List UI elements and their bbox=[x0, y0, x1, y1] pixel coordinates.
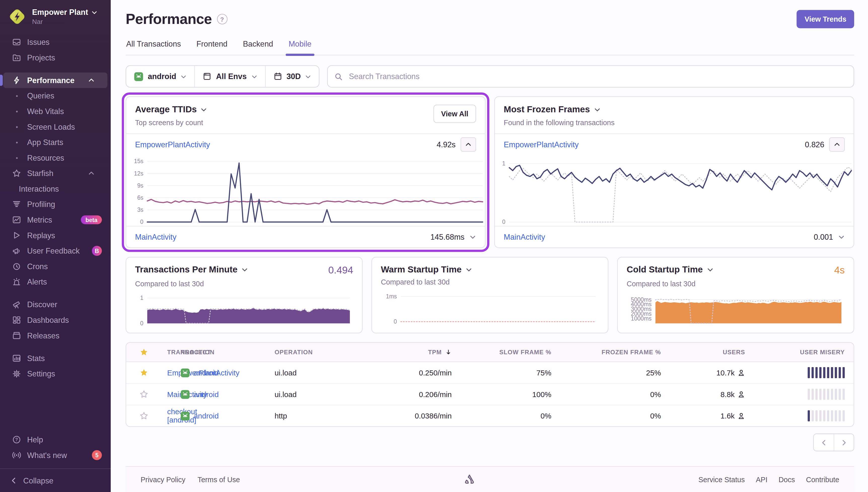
help-icon[interactable]: ? bbox=[217, 14, 227, 24]
sidebar-item-label: Metrics bbox=[27, 215, 52, 224]
tab-mobile[interactable]: Mobile bbox=[288, 36, 312, 55]
star-toggle[interactable] bbox=[126, 390, 162, 399]
sidebar-item-performance[interactable]: Performance bbox=[3, 73, 107, 88]
project-link[interactable]: android bbox=[180, 411, 219, 420]
sidebar-item-whats-new[interactable]: What's new5 bbox=[3, 447, 107, 463]
svg-text:3s: 3s bbox=[137, 206, 143, 213]
sidebar-item-label: User Feedback bbox=[27, 246, 80, 255]
sidebar-item-interactions[interactable]: Interactions bbox=[3, 181, 107, 197]
dashboards-icon bbox=[11, 316, 22, 324]
warm-card: Warm Startup TimeCompared to last 30d1ms… bbox=[372, 257, 609, 333]
bullet-icon bbox=[11, 110, 22, 112]
sidebar-item-help[interactable]: ?Help bbox=[3, 432, 107, 447]
tab-backend[interactable]: Backend bbox=[242, 36, 274, 55]
footer-link-service-status[interactable]: Service Status bbox=[698, 475, 745, 484]
frozen-frame-value: 25% bbox=[646, 368, 661, 377]
environment-filter[interactable]: All Envs bbox=[195, 66, 265, 87]
user-misery-bars bbox=[808, 389, 845, 400]
tpm-value: 0.250/min bbox=[419, 368, 452, 377]
view-all-button[interactable]: View All bbox=[433, 105, 476, 123]
chevron-down-icon bbox=[594, 106, 601, 113]
collapse-toggle-button[interactable] bbox=[461, 137, 476, 152]
star-outline-icon bbox=[139, 412, 148, 420]
sidebar-item-user-feedback[interactable]: User FeedbackB bbox=[3, 243, 107, 259]
sidebar-item-label: Queries bbox=[27, 91, 54, 100]
issues-icon bbox=[11, 38, 22, 47]
sidebar-item-screen-loads[interactable]: Screen Loads bbox=[3, 119, 107, 135]
sidebar-item-label: Profiling bbox=[27, 200, 55, 209]
warm-title[interactable]: Warm Startup Time bbox=[381, 265, 472, 275]
transaction-link[interactable]: EmpowerPlantActivity bbox=[135, 140, 210, 149]
sidebar-item-alerts[interactable]: Alerts bbox=[3, 274, 107, 290]
sidebar-item-starfish[interactable]: Starfish bbox=[3, 166, 107, 181]
footer-link-api[interactable]: API bbox=[756, 475, 768, 484]
table-row: MainActivityandroidui.load0.206/min100%0… bbox=[126, 383, 853, 405]
view-trends-button[interactable]: View Trends bbox=[797, 10, 854, 28]
cold-chart: 5000ms4000ms3000ms2000ms1000ms bbox=[627, 293, 845, 327]
project-filter[interactable]: android bbox=[126, 66, 194, 87]
operation-value: ui.load bbox=[275, 390, 297, 398]
next-page-button[interactable] bbox=[834, 434, 854, 451]
transaction-link[interactable]: MainActivity bbox=[504, 233, 545, 242]
sidebar-item-profiling[interactable]: Profiling bbox=[3, 197, 107, 212]
app-root: Empower Plant Nar IssuesProjectsPerforma… bbox=[0, 0, 868, 492]
column-header-star[interactable] bbox=[126, 348, 162, 356]
footer-link-terms-of-use[interactable]: Terms of Use bbox=[198, 475, 240, 484]
sidebar-item-crons[interactable]: Crons bbox=[3, 259, 107, 274]
sidebar-item-stats[interactable]: Stats bbox=[3, 350, 107, 366]
bullet-icon bbox=[11, 142, 22, 143]
footer-link-privacy-policy[interactable]: Privacy Policy bbox=[141, 475, 185, 484]
help-icon: ? bbox=[11, 435, 22, 444]
expand-toggle-button[interactable] bbox=[838, 233, 845, 240]
sidebar-item-discover[interactable]: Discover bbox=[3, 297, 107, 313]
date-range-filter[interactable]: 30D bbox=[265, 66, 319, 87]
chevron-down-icon bbox=[465, 266, 472, 273]
panel-slot-ttid: Average TTIDsTop screens by countView Al… bbox=[126, 96, 485, 248]
star-toggle[interactable] bbox=[126, 412, 162, 420]
tab-frontend[interactable]: Frontend bbox=[196, 36, 228, 55]
profiling-icon bbox=[11, 200, 22, 209]
sidebar-item-app-starts[interactable]: App Starts bbox=[3, 134, 107, 150]
sidebar-item-resources[interactable]: Resources bbox=[3, 150, 107, 166]
collapse-toggle-button[interactable] bbox=[829, 137, 845, 152]
card-subtitle: Compared to last 30d bbox=[381, 278, 599, 286]
frozen-title[interactable]: Most Frozen Frames bbox=[504, 105, 614, 115]
footer-link-contribute[interactable]: Contribute bbox=[806, 475, 839, 484]
footer-link-docs[interactable]: Docs bbox=[778, 475, 795, 484]
android-icon bbox=[180, 368, 190, 377]
tpm-title[interactable]: Transactions Per Minute bbox=[135, 265, 248, 275]
svg-text:6s: 6s bbox=[137, 194, 143, 201]
sidebar-item-label: Releases bbox=[27, 331, 59, 340]
transaction-link[interactable]: EmpowerPlantActivity bbox=[504, 140, 579, 149]
sidebar-item-web-vitals[interactable]: Web Vitals bbox=[3, 103, 107, 119]
previous-page-button[interactable] bbox=[814, 434, 834, 451]
ttid-title[interactable]: Average TTIDs bbox=[135, 105, 207, 115]
chevron-up-icon bbox=[86, 170, 97, 176]
cold-title[interactable]: Cold Startup Time bbox=[627, 265, 713, 275]
panel-row: EmpowerPlantActivity4.92s bbox=[126, 134, 485, 155]
sidebar-item-issues[interactable]: Issues bbox=[3, 34, 107, 50]
search-input[interactable] bbox=[348, 72, 847, 81]
project-link[interactable]: android bbox=[180, 368, 219, 377]
tab-all-transactions[interactable]: All Transactions bbox=[126, 36, 181, 55]
column-label: TPM bbox=[428, 349, 441, 355]
sidebar-item-replays[interactable]: Replays bbox=[3, 228, 107, 243]
sidebar-item-metrics[interactable]: Metricsbeta bbox=[3, 212, 107, 228]
transaction-link[interactable]: MainActivity bbox=[135, 233, 176, 242]
card-title-label: Warm Startup Time bbox=[381, 265, 462, 275]
sidebar-item-settings[interactable]: Settings bbox=[3, 366, 107, 382]
sidebar-item-projects[interactable]: Projects bbox=[3, 50, 107, 66]
column-header-tpm[interactable]: TPM bbox=[374, 349, 457, 355]
sidebar-item-queries[interactable]: Queries bbox=[3, 88, 107, 104]
sidebar-item-dashboards[interactable]: Dashboards bbox=[3, 312, 107, 328]
sidebar-item-label: What's new bbox=[27, 451, 67, 460]
svg-text:1: 1 bbox=[502, 160, 506, 167]
project-link[interactable]: android bbox=[180, 390, 219, 399]
star-toggle[interactable] bbox=[126, 368, 162, 377]
user-feedback-icon bbox=[11, 246, 22, 255]
chevron-up-icon bbox=[86, 77, 97, 83]
sidebar-item-releases[interactable]: Releases bbox=[3, 328, 107, 343]
org-switcher[interactable]: Empower Plant Nar bbox=[0, 0, 111, 34]
expand-toggle-button[interactable] bbox=[469, 233, 476, 240]
sidebar-collapse-button[interactable]: Collapse bbox=[0, 468, 111, 492]
